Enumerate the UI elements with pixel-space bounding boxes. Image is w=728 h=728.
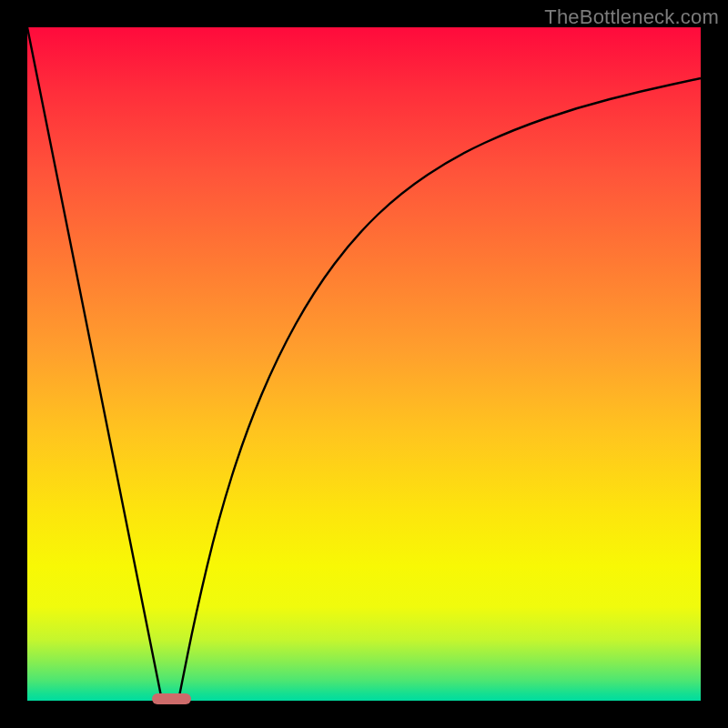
watermark-text: TheBottleneck.com xyxy=(544,5,719,29)
chart-curve xyxy=(27,27,701,701)
plot-area xyxy=(27,27,701,701)
chart-frame: TheBottleneck.com xyxy=(0,0,728,728)
optimum-marker xyxy=(152,693,191,704)
curve-path xyxy=(27,27,701,696)
